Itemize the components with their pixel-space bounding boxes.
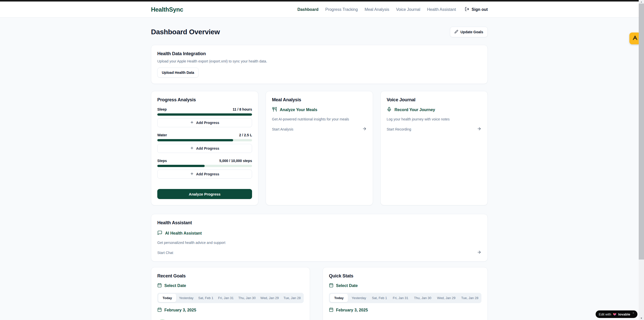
feature-description: Log your health journey with voice notes (387, 117, 481, 121)
update-goals-label: Update Goals (461, 30, 483, 34)
scrollbar[interactable]: ▲ ▼ (639, 0, 644, 320)
close-icon[interactable]: × (633, 311, 634, 314)
microphone-icon (387, 107, 392, 113)
calendar-icon (329, 283, 333, 289)
water-progress-bar (157, 139, 252, 141)
select-date-button[interactable]: Select Date (329, 283, 481, 289)
calendar-icon (157, 283, 162, 289)
analyze-progress-button[interactable]: Analyze Progress (157, 189, 252, 199)
calendar-icon (329, 307, 333, 313)
meal-analysis-card: Meal Analysis Analyze Your Meals Get AI-… (266, 91, 373, 205)
main-nav: Dashboard Progress Tracking Meal Analysi… (297, 7, 488, 12)
add-progress-sleep-button[interactable]: Add Progress (157, 118, 252, 127)
date-tab[interactable]: Tue, Jan 28 (459, 294, 480, 302)
upload-health-data-button[interactable]: Upload Health Data (157, 68, 199, 78)
scroll-down-arrow[interactable]: ▼ (639, 317, 644, 319)
app-header: HealthSync Dashboard Progress Tracking M… (0, 2, 639, 18)
date-tab[interactable]: Tue, Jan 28 (282, 294, 303, 302)
pencil-icon (454, 30, 458, 34)
date-tab-today[interactable]: Today (330, 294, 348, 302)
nav-item-voice-journal[interactable]: Voice Journal (396, 7, 420, 12)
metric-water: Water 2 / 2.5 L Add Progress (157, 133, 252, 153)
date-tab[interactable]: Sat, Feb 1 (370, 294, 389, 302)
date-tab[interactable]: Sat, Feb 1 (196, 294, 215, 302)
sign-out-label: Sign out (472, 7, 488, 12)
metric-value: 2 / 2.5 L (239, 133, 252, 137)
scrollbar-thumb[interactable] (639, 4, 644, 260)
nav-item-dashboard[interactable]: Dashboard (297, 7, 319, 12)
nav-item-meal-analysis[interactable]: Meal Analysis (364, 7, 389, 12)
logout-icon (465, 7, 469, 12)
start-analysis-action[interactable]: Start Analysis (272, 126, 367, 132)
progress-fill (157, 139, 233, 141)
card-title: Progress Analysis (157, 97, 252, 103)
card-title: Health Data Integration (157, 51, 481, 56)
plus-icon (190, 172, 194, 176)
calendar-icon (157, 307, 162, 313)
date-tab-yesterday[interactable]: Yesterday (350, 294, 368, 302)
add-progress-label: Add Progress (196, 121, 219, 125)
plus-icon (190, 146, 194, 151)
edit-with-lovable-badge[interactable]: Edit with lovable × (596, 310, 638, 318)
arrow-right-icon (477, 126, 481, 132)
start-chat-action[interactable]: Start Chat (157, 250, 481, 255)
selected-date-label: February 3, 2025 (336, 308, 368, 312)
record-your-journey-link[interactable]: Record Your Journey (387, 107, 481, 113)
add-progress-label: Add Progress (196, 172, 219, 176)
action-label: Start Recording (387, 127, 411, 131)
card-title: Meal Analysis (272, 97, 367, 103)
selected-date[interactable]: February 3, 2025 (329, 307, 481, 313)
sign-out-button[interactable]: Sign out (465, 7, 488, 12)
analyze-your-meals-link[interactable]: Analyze Your Meals (272, 107, 367, 113)
progress-fill (157, 165, 205, 167)
utensils-icon (272, 107, 277, 113)
steps-progress-bar (157, 165, 252, 167)
date-tabs: Today Yesterday Sat, Feb 1 Fri, Jan 31 T… (329, 293, 481, 303)
feature-link-label: Record Your Journey (394, 108, 435, 112)
date-tab[interactable]: Wed, Jan 29 (435, 294, 457, 302)
add-progress-steps-button[interactable]: Add Progress (157, 170, 252, 179)
nav-item-progress-tracking[interactable]: Progress Tracking (325, 7, 358, 12)
feature-link-label: Analyze Your Meals (280, 108, 317, 112)
progress-analysis-card: Progress Analysis Sleep 11 / 8 hours Add… (151, 91, 258, 205)
update-goals-button[interactable]: Update Goals (450, 27, 488, 37)
date-tabs: Today Yesterday Sat, Feb 1 Fri, Jan 31 T… (157, 293, 304, 303)
feature-description: Get AI-powered nutritional insights for … (272, 117, 367, 121)
heart-icon (613, 312, 617, 316)
card-title: Voice Journal (387, 97, 481, 103)
selected-date[interactable]: February 3, 2025 (157, 307, 304, 313)
selected-date-label: February 3, 2025 (164, 308, 196, 312)
arrow-right-icon (362, 126, 367, 132)
ai-health-assistant-link[interactable]: AI Health Assistant (157, 230, 481, 236)
sleep-progress-bar (157, 113, 252, 116)
card-title: Quick Stats (329, 273, 481, 279)
date-tab[interactable]: Fri, Jan 31 (216, 294, 235, 302)
date-tab-yesterday[interactable]: Yesterday (177, 294, 195, 302)
metric-steps: Steps 5,000 / 10,000 steps Add Progress (157, 159, 252, 179)
metric-label: Steps (157, 159, 167, 163)
select-date-button[interactable]: Select Date (157, 283, 304, 289)
date-tab-today[interactable]: Today (158, 294, 176, 302)
recent-goals-card: Recent Goals Select Date Today Yesterday… (151, 267, 310, 320)
card-description: Upload your Apple Health export (export.… (157, 59, 481, 63)
date-tab[interactable]: Fri, Jan 31 (391, 294, 410, 302)
progress-fill (157, 113, 252, 116)
nav-item-health-assistant[interactable]: Health Assistant (427, 7, 456, 12)
page-title: Dashboard Overview (151, 28, 220, 36)
date-tab[interactable]: Thu, Jan 30 (412, 294, 434, 302)
brand-logo[interactable]: HealthSync (151, 6, 183, 13)
metric-label: Water (157, 133, 167, 137)
health-assistant-card: Health Assistant AI Health Assistant Get… (151, 214, 488, 262)
metric-sleep: Sleep 11 / 8 hours Add Progress (157, 107, 252, 127)
quick-stats-card: Quick Stats Select Date Today Yesterday … (323, 267, 488, 320)
card-title: Recent Goals (157, 273, 304, 279)
add-progress-water-button[interactable]: Add Progress (157, 144, 252, 153)
scroll-up-arrow[interactable]: ▲ (639, 1, 644, 3)
select-date-label: Select Date (164, 283, 186, 288)
window-top-edge (0, 0, 639, 2)
date-tab[interactable]: Thu, Jan 30 (236, 294, 258, 302)
start-recording-action[interactable]: Start Recording (387, 126, 481, 132)
date-tab[interactable]: Wed, Jan 29 (258, 294, 281, 302)
triangle-a-icon (632, 35, 638, 42)
lovable-label: lovable (618, 312, 630, 316)
